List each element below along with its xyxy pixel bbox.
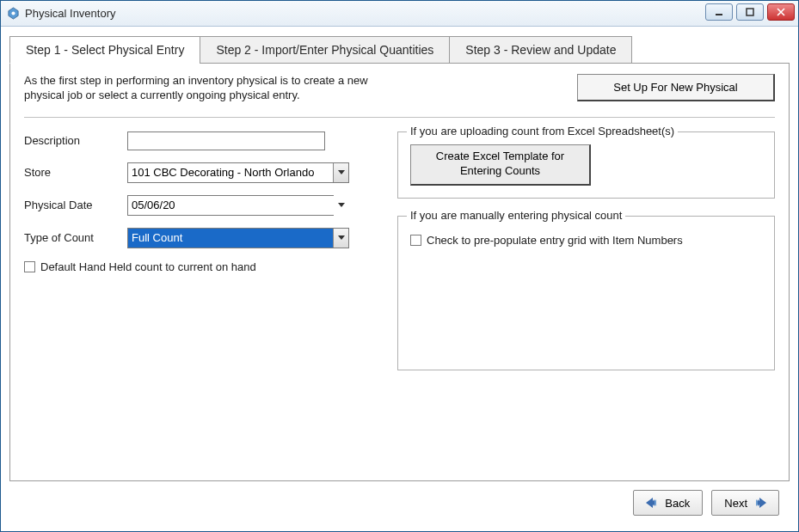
- minimize-button[interactable]: [705, 3, 733, 21]
- type-of-count-value: Full Count: [128, 229, 333, 248]
- maximize-button[interactable]: [736, 3, 764, 21]
- prepopulate-checkbox[interactable]: [410, 235, 421, 246]
- app-icon: [6, 7, 20, 21]
- chevron-down-icon[interactable]: [333, 229, 348, 248]
- chevron-down-icon[interactable]: [333, 163, 348, 182]
- svg-rect-1: [716, 14, 722, 15]
- chevron-down-icon[interactable]: [334, 203, 349, 207]
- physical-date-label: Physical Date: [24, 199, 127, 211]
- tab-step1[interactable]: Step 1 - Select Physical Entry: [9, 36, 200, 64]
- physical-date-value: 05/06/20: [127, 195, 334, 216]
- type-of-count-label: Type of Count: [24, 231, 127, 244]
- tab-step3[interactable]: Step 3 - Review and Update: [449, 36, 632, 64]
- arrow-right-icon: [753, 498, 766, 508]
- upload-excel-group: If you are uploading count from Excel Sp…: [397, 131, 775, 199]
- tab-step2[interactable]: Step 2 - Import/Enter Physical Quantitie…: [200, 36, 450, 64]
- create-excel-template-button[interactable]: Create Excel Template for Entering Count…: [410, 144, 591, 186]
- setup-new-physical-button[interactable]: Set Up For New Physical: [577, 74, 775, 101]
- divider: [24, 117, 775, 118]
- description-input[interactable]: [127, 131, 325, 150]
- store-label: Store: [24, 166, 127, 179]
- intro-text: As the first step in performing an inven…: [24, 74, 394, 103]
- tab-panel-step1: As the first step in performing an inven…: [9, 63, 790, 481]
- prepopulate-label: Check to pre-populate entry grid with It…: [427, 234, 683, 247]
- arrow-left-icon: [646, 498, 660, 508]
- physical-inventory-window: Physical Inventory Step 1 - Select Physi…: [0, 0, 799, 532]
- default-handheld-label: Default Hand Held count to current on ha…: [40, 260, 256, 273]
- description-label: Description: [24, 134, 127, 147]
- store-select-value: 101 CBC Decorating - North Orlando: [128, 163, 333, 182]
- window-title: Physical Inventory: [25, 7, 116, 20]
- back-button[interactable]: Back: [633, 490, 703, 516]
- content-area: Step 1 - Select Physical Entry Step 2 - …: [1, 27, 798, 531]
- svg-point-0: [11, 11, 15, 15]
- next-button[interactable]: Next: [711, 490, 779, 516]
- wizard-footer: Back Next: [9, 481, 790, 524]
- window-controls: [705, 3, 795, 21]
- default-handheld-checkbox[interactable]: [24, 261, 35, 272]
- store-select[interactable]: 101 CBC Decorating - North Orlando: [127, 162, 349, 183]
- type-of-count-select[interactable]: Full Count: [127, 228, 349, 248]
- close-button[interactable]: [767, 3, 795, 21]
- titlebar: Physical Inventory: [1, 1, 798, 27]
- upload-excel-legend: If you are uploading count from Excel Sp…: [407, 125, 678, 138]
- svg-rect-2: [747, 9, 753, 15]
- tabs-header: Step 1 - Select Physical Entry Step 2 - …: [9, 36, 790, 64]
- manual-entry-group: If you are manually entering physical co…: [397, 216, 775, 370]
- manual-entry-legend: If you are manually entering physical co…: [407, 209, 625, 222]
- physical-date-picker[interactable]: 05/06/20: [127, 195, 349, 216]
